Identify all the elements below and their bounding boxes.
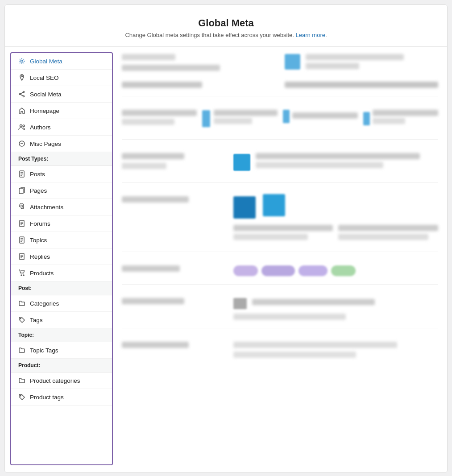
topics-icon <box>18 236 25 244</box>
product-tag-icon <box>18 393 25 401</box>
users-icon <box>18 124 25 131</box>
sidebar-label-attachments: Attachments <box>30 204 63 211</box>
topic-folder-icon <box>18 347 25 354</box>
sidebar-label-forums: Forums <box>30 220 50 227</box>
content-area: Global Meta Local SEO <box>5 47 447 471</box>
sidebar-label-product-categories: Product categories <box>30 377 80 384</box>
sidebar-label-homepage: Homepage <box>30 108 59 114</box>
sidebar-item-homepage[interactable]: Homepage <box>11 103 112 119</box>
section-header-topic: Topic: <box>11 328 112 342</box>
sidebar-label-tags: Tags <box>30 317 43 323</box>
content-row-3 <box>122 153 438 183</box>
sidebar-label-local-seo: Local SEO <box>30 75 59 81</box>
sidebar-label-topic-tags: Topic Tags <box>30 347 58 354</box>
page-container: Global Meta Change Global meta settings … <box>4 4 448 473</box>
page-subtitle: Change Global meta settings that take ef… <box>14 32 438 38</box>
content-row-1 <box>122 54 438 96</box>
sidebar-label-product-tags: Product tags <box>30 394 64 401</box>
location-icon <box>18 74 25 81</box>
sidebar-label-posts: Posts <box>30 171 45 178</box>
page-header: Global Meta Change Global meta settings … <box>5 5 447 47</box>
page-title: Global Meta <box>14 17 438 29</box>
sidebar-label-pages: Pages <box>30 187 47 194</box>
sidebar-label-topics: Topics <box>30 237 47 244</box>
sidebar-item-forums[interactable]: Forums <box>11 215 112 232</box>
svg-point-2 <box>23 91 25 93</box>
section-header-product: Product: <box>11 359 112 373</box>
section-header-post: Post: <box>11 281 112 295</box>
svg-point-0 <box>21 60 23 62</box>
sidebar-item-global-meta[interactable]: Global Meta <box>11 53 112 70</box>
sidebar-item-topics[interactable]: Topics <box>11 232 112 248</box>
sidebar: Global Meta Local SEO <box>10 52 113 465</box>
sidebar-label-replies: Replies <box>30 253 50 260</box>
sidebar-item-pages[interactable]: Pages <box>11 182 112 199</box>
sidebar-item-authors[interactable]: Authors <box>11 119 112 136</box>
svg-point-4 <box>20 94 21 95</box>
svg-line-5 <box>21 92 23 94</box>
forums-icon <box>18 220 25 227</box>
gear-icon <box>18 58 25 65</box>
sidebar-item-topic-tags[interactable]: Topic Tags <box>11 342 112 359</box>
sidebar-item-products[interactable]: Products <box>11 265 112 281</box>
circle-minus-icon <box>18 140 25 147</box>
sidebar-item-replies[interactable]: Replies <box>11 248 112 265</box>
svg-point-31 <box>20 395 21 396</box>
sidebar-item-posts[interactable]: Posts <box>11 166 112 182</box>
sidebar-item-attachments[interactable]: Attachments <box>11 199 112 215</box>
content-row-7 <box>122 342 438 366</box>
svg-point-3 <box>23 96 25 97</box>
svg-point-29 <box>23 275 24 276</box>
content-row-2 <box>122 110 438 140</box>
attachment-icon <box>18 203 25 211</box>
sidebar-label-products: Products <box>30 270 54 277</box>
sidebar-item-product-tags[interactable]: Product tags <box>11 389 112 406</box>
svg-rect-15 <box>19 188 23 194</box>
content-row-6 <box>122 298 438 328</box>
main-content <box>113 47 447 471</box>
product-folder-icon <box>18 377 25 384</box>
folder-icon <box>18 300 25 307</box>
sidebar-item-tags[interactable]: Tags <box>11 312 112 328</box>
svg-point-7 <box>20 125 22 127</box>
content-row-4 <box>122 196 438 252</box>
section-header-post-types: Post Types: <box>11 152 112 166</box>
pages-icon <box>18 187 25 194</box>
svg-point-30 <box>20 318 21 319</box>
svg-point-28 <box>21 275 22 276</box>
tag-icon <box>18 316 25 323</box>
svg-point-8 <box>23 125 25 127</box>
sidebar-label-categories: Categories <box>30 300 59 307</box>
learn-more-link[interactable]: Learn more <box>295 32 325 38</box>
document-icon <box>18 170 25 178</box>
replies-icon <box>18 253 25 260</box>
sidebar-item-local-seo[interactable]: Local SEO <box>11 70 112 86</box>
sidebar-label-authors: Authors <box>30 124 51 131</box>
sidebar-label-global-meta: Global Meta <box>30 58 62 65</box>
sidebar-label-misc-pages: Misc Pages <box>30 141 61 147</box>
home-icon <box>18 107 25 114</box>
content-row-5 <box>122 265 438 285</box>
sidebar-label-social-meta: Social Meta <box>30 91 62 98</box>
sidebar-item-misc-pages[interactable]: Misc Pages <box>11 136 112 152</box>
sidebar-item-social-meta[interactable]: Social Meta <box>11 86 112 103</box>
svg-point-1 <box>21 76 23 77</box>
svg-line-6 <box>21 95 23 96</box>
share-icon <box>18 91 25 98</box>
sidebar-item-categories[interactable]: Categories <box>11 295 112 312</box>
cart-icon <box>18 269 25 277</box>
sidebar-item-product-categories[interactable]: Product categories <box>11 373 112 389</box>
